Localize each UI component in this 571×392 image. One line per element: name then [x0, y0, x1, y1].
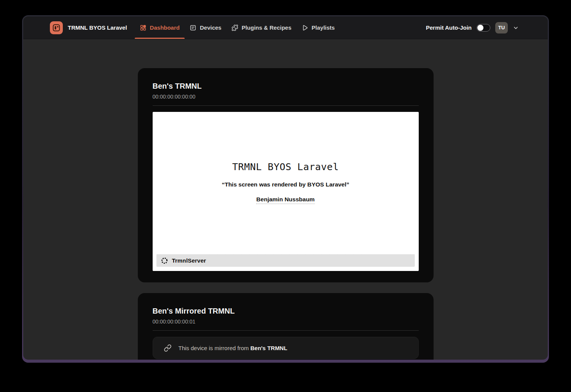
nav-item-playlists[interactable]: Playlists	[297, 16, 340, 39]
main-content: Ben's TRMNL 00:00:00:00:00:00 TRMNL BYOS…	[23, 39, 548, 360]
top-nav: TRMNL BYOS Laravel Dashboard	[23, 16, 548, 39]
mirror-notice: This device is mirrored from Ben's TRMNL	[153, 337, 419, 359]
devices-icon	[190, 24, 196, 31]
mirror-notice-text: This device is mirrored from Ben's TRMNL	[179, 345, 287, 351]
puzzle-icon	[231, 24, 238, 31]
device-name: Ben's TRMNL	[153, 81, 419, 91]
nav-items: Dashboard Devices	[135, 16, 340, 39]
app-window-frame: TRMNL BYOS Laravel Dashboard	[22, 15, 549, 363]
permit-auto-join-label: Permit Auto-Join	[426, 24, 472, 31]
screen-status-bar: TrmnlServer	[156, 254, 415, 267]
toggle-knob	[477, 25, 483, 31]
screen-title: TRMNL BYOS Laravel	[153, 112, 419, 172]
status-label: TrmnlServer	[172, 257, 206, 264]
nav-item-dashboard[interactable]: Dashboard	[135, 16, 185, 39]
nav-item-plugins-recipes[interactable]: Plugins & Recipes	[226, 16, 297, 39]
device-card-bens-trmnl: Ben's TRMNL 00:00:00:00:00:00 TRMNL BYOS…	[138, 68, 434, 282]
spinner-icon	[161, 257, 168, 265]
active-tab-underline	[135, 38, 185, 39]
link-icon	[163, 344, 172, 352]
permit-auto-join-toggle[interactable]	[477, 24, 490, 32]
nav-item-label: Playlists	[312, 24, 335, 31]
divider	[153, 105, 419, 106]
dashboard-grid-icon	[140, 24, 147, 31]
play-icon	[301, 24, 308, 31]
nav-item-label: Devices	[200, 24, 222, 31]
screen-author-row: Benjamin Nussbaum	[153, 196, 419, 204]
brand: TRMNL BYOS Laravel	[50, 16, 127, 39]
user-avatar[interactable]: TU	[495, 22, 508, 33]
device-screen-preview: TRMNL BYOS Laravel “This screen was rend…	[153, 112, 419, 271]
device-mac-address: 00:00:00:00:00:00	[153, 93, 419, 100]
screen-author-link: Benjamin Nussbaum	[256, 196, 314, 204]
chevron-down-icon[interactable]	[513, 25, 519, 31]
nav-item-label: Plugins & Recipes	[242, 24, 292, 31]
device-name: Ben's Mirrored TRMNL	[153, 306, 419, 316]
trmnl-logo-icon	[50, 21, 63, 34]
divider	[153, 330, 419, 331]
screen-quote: “This screen was rendered by BYOS Larave…	[153, 181, 419, 188]
app-title: TRMNL BYOS Laravel	[68, 24, 127, 31]
nav-item-devices[interactable]: Devices	[185, 16, 226, 39]
nav-right: Permit Auto-Join TU	[426, 16, 519, 39]
nav-item-label: Dashboard	[150, 24, 180, 31]
mirror-source-device: Ben's TRMNL	[250, 345, 287, 351]
app-window: TRMNL BYOS Laravel Dashboard	[23, 16, 548, 360]
device-card-bens-mirrored-trmnl: Ben's Mirrored TRMNL 00:00:00:00:00:01 T…	[138, 293, 434, 360]
device-mac-address: 00:00:00:00:00:01	[153, 318, 419, 325]
